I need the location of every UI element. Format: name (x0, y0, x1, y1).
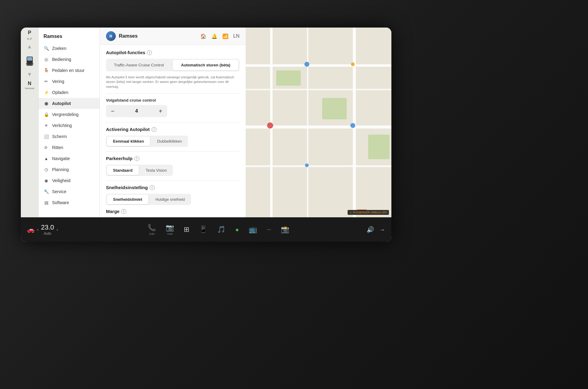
taskbar: 🚗 ‹ 23.0 Auto › 📞 Auto (21, 217, 391, 242)
phone-icon[interactable]: 📱 (199, 226, 207, 234)
avatar: R (106, 31, 116, 41)
sidebar-item-vergrendeling[interactable]: 🔒 Vergrendeling (39, 109, 100, 120)
current-speed-btn[interactable]: Huidige snelheid (149, 194, 191, 205)
sidebar-item-veiligheid[interactable]: ◉ Veiligheid (39, 175, 100, 186)
lighting-icon: ✳ (43, 123, 49, 128)
autopilot-section: Autopilot-functies i Traffic-Aware Cruis… (106, 50, 239, 89)
airbag-icon: ⚠ (349, 211, 352, 214)
svg-rect-11 (307, 28, 308, 217)
temp-control: ‹ 23.0 Auto › (37, 223, 58, 236)
stepper-minus-btn[interactable]: − (106, 105, 119, 117)
divider-3 (106, 151, 239, 151)
settings-content: Autopilot-functies i Traffic-Aware Cruis… (100, 45, 246, 217)
sidebar-item-bediening[interactable]: ◎ Bediening (39, 54, 100, 65)
airbag-label: PASSENGER AIRBAG OFF (353, 211, 387, 214)
svg-rect-4 (27, 65, 33, 65)
speed-section: Snelheidsinstelling i Snelheidslimiet Hu… (106, 185, 239, 205)
airbag-badge: ⚠ PASSENGER AIRBAG OFF (348, 210, 389, 215)
navigation-icon: ▲ (43, 156, 49, 161)
taskbar-right: 🔊 → (324, 226, 385, 233)
taskbar-car-icon[interactable]: 🚗 (27, 226, 35, 233)
parking-toggle: Standaard Tesla Vision (106, 165, 173, 176)
svg-rect-3 (32, 63, 33, 65)
auto-steer-btn[interactable]: Automatisch sturen (bèta) (173, 60, 239, 70)
activation-info-icon[interactable]: i (152, 127, 156, 132)
camera-icon[interactable]: 📸 (281, 226, 289, 234)
spotify-icon[interactable]: ● (235, 226, 239, 233)
header-icons: 🏠 🔔 📶 LN (200, 33, 239, 39)
tesla-vision-btn[interactable]: Tesla Vision (140, 165, 173, 176)
phone-call-group: 📞 Auto (148, 224, 156, 235)
sidebar-item-opladen[interactable]: ⚡ Opladen (39, 87, 100, 98)
sidebar-item-navigatie[interactable]: ▲ Navigatie (39, 153, 100, 164)
stepper-value: 4 (119, 108, 154, 114)
autopilot-title: Autopilot-functies i (106, 50, 239, 55)
sidebar-item-autopilot[interactable]: ◉ Autopilot (39, 98, 100, 109)
bell-icon[interactable]: 🔔 (211, 33, 217, 39)
double-click-btn[interactable]: Dubbelklikken (151, 136, 188, 147)
stepper-plus-btn[interactable]: + (154, 105, 167, 117)
temp-decrease-btn[interactable]: ‹ (37, 227, 39, 232)
svg-rect-24 (368, 135, 390, 159)
settings-username: Ramses (119, 33, 197, 39)
distance-stepper: − 4 + (106, 105, 167, 117)
sidebar-item-vering[interactable]: ✏ Vering (39, 76, 100, 87)
dashcam-label: Auto (167, 232, 173, 235)
music-icon[interactable]: 🎵 (217, 226, 225, 234)
speed-info-icon[interactable]: i (150, 185, 155, 190)
standaard-btn[interactable]: Standaard (107, 166, 139, 175)
phone-call-icon[interactable]: 📞 (148, 224, 156, 232)
traffic-aware-btn[interactable]: Traffic-Aware Cruise Control (106, 59, 172, 71)
safety-icon: ◉ (43, 178, 49, 183)
gear-indicator: P (28, 30, 31, 36)
temp-auto-label: Auto (41, 231, 54, 236)
sidebar-item-zoeken[interactable]: 🔍 Zoeken (39, 43, 100, 54)
display-icon: ⬜ (43, 134, 49, 139)
svg-rect-5 (246, 28, 391, 217)
parking-section: Parkeerhulp i Standaard Tesla Vision (106, 156, 239, 176)
single-click-btn[interactable]: Eenmaal klikken (107, 137, 150, 146)
temp-increase-btn[interactable]: › (57, 227, 58, 232)
wifi-icon[interactable]: 📶 (222, 33, 228, 39)
volume-icon[interactable]: 🔊 (367, 226, 374, 233)
neutral-label: Neutraal (25, 87, 34, 90)
svg-rect-2 (26, 63, 28, 65)
arrow-up-icon: ▲ (27, 43, 32, 50)
charging-icon: ⚡ (43, 90, 49, 95)
svg-point-15 (304, 62, 309, 67)
sidebar-item-planning[interactable]: ◷ Planning (39, 164, 100, 175)
sidebar-item-verlichting[interactable]: ✳ Verlichting (39, 120, 100, 131)
home-icon[interactable]: 🏠 (200, 33, 206, 39)
temp-value: 23.0 (41, 223, 54, 231)
svg-rect-10 (270, 28, 273, 217)
map-svg (246, 28, 391, 217)
svg-rect-7 (246, 89, 391, 90)
map-background (246, 28, 391, 217)
sidebar-item-ritten[interactable]: ⊪ Ritten (39, 142, 100, 153)
dashcam-group: 📷 Auto (166, 224, 174, 235)
activation-toggle: Eenmaal klikken Dubbelklikken (106, 136, 188, 147)
nav-forward-icon[interactable]: → (379, 226, 385, 233)
divider-1 (106, 93, 239, 94)
autopilot-info-icon[interactable]: i (147, 50, 152, 55)
margin-info-icon[interactable]: i (121, 209, 126, 214)
parking-info-icon[interactable]: i (134, 156, 139, 161)
app-icon[interactable]: 📺 (249, 226, 257, 234)
speed-toggle: Snelheidslimiet Huidige snelheid (106, 194, 191, 205)
neutral-indicator: N (28, 81, 32, 86)
screen-bezel: P In P ▲ ▼ N Neutraal Ramses (21, 28, 391, 242)
settings-header: R Ramses 🏠 🔔 📶 LN (100, 28, 246, 45)
taskbar-left: 🚗 ‹ 23.0 Auto › (27, 223, 113, 236)
margin-section: Marge i Vast Percentage (106, 209, 239, 217)
speed-limit-btn[interactable]: Snelheidslimiet (107, 195, 148, 204)
sidebar-item-scherm[interactable]: ⬜ Scherm (39, 131, 100, 142)
more-icon[interactable]: ··· (267, 227, 271, 232)
sidebar-item-service[interactable]: 🔧 Service (39, 186, 100, 197)
sidebar-item-software[interactable]: ▤ Software (39, 197, 100, 208)
sidebar-item-pedalen[interactable]: 🪑 Pedalen en stuur (39, 65, 100, 76)
grid-icon[interactable]: ⊞ (184, 226, 189, 234)
user-icon[interactable]: LN (233, 33, 239, 39)
dashcam-icon[interactable]: 📷 (166, 224, 174, 232)
tesla-screen: P In P ▲ ▼ N Neutraal Ramses (21, 28, 391, 242)
controls-icon: ◎ (43, 57, 49, 62)
